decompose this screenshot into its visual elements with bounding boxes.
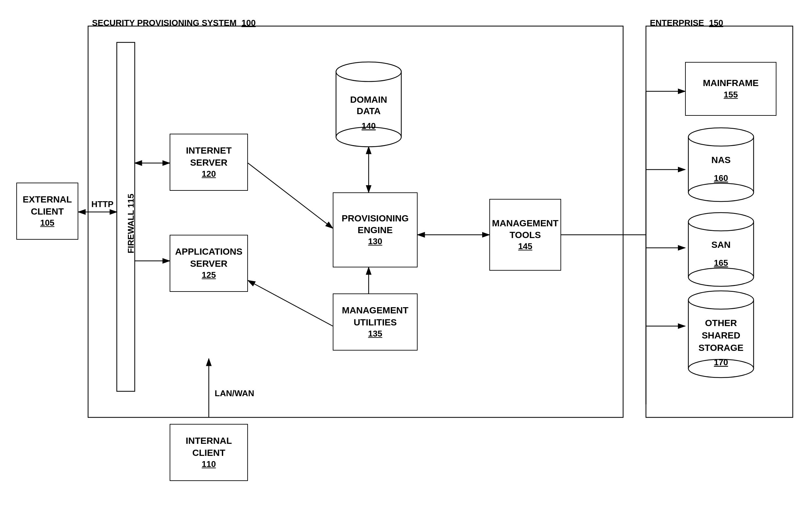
provisioning-engine-box: PROVISIONINGENGINE 130 [333, 192, 417, 267]
domain-data-cylinder: DOMAIN DATA 140 [333, 55, 405, 150]
svg-text:OTHER: OTHER [705, 318, 737, 328]
other-shared-storage-cylinder: OTHER SHARED STORAGE 170 [685, 287, 757, 386]
svg-text:HTTP: HTTP [91, 199, 114, 209]
svg-text:170: 170 [714, 357, 728, 367]
svg-text:DATA: DATA [356, 106, 381, 116]
management-tools-box: MANAGEMENTTOOLS 145 [489, 199, 561, 271]
internet-server-box: INTERNETSERVER 120 [170, 134, 248, 191]
svg-point-31 [688, 128, 754, 146]
diagram: HTTP LAN/WAN [0, 0, 812, 510]
san-cylinder: SAN 165 [685, 209, 757, 294]
internal-client-box: INTERNALCLIENT 110 [170, 424, 248, 481]
svg-text:SHARED: SHARED [702, 330, 740, 340]
applications-server-box: APPLICATIONSSERVER 125 [170, 235, 248, 292]
firewall-label: FIREWALL 115 [126, 194, 136, 253]
svg-point-37 [688, 268, 754, 286]
svg-text:LAN/WAN: LAN/WAN [215, 388, 254, 398]
svg-text:140: 140 [361, 121, 376, 131]
management-utilities-box: MANAGEMENTUTILITIES 135 [333, 294, 417, 351]
svg-text:STORAGE: STORAGE [698, 343, 744, 353]
svg-text:SAN: SAN [711, 240, 730, 250]
svg-point-41 [688, 291, 754, 309]
external-client-box: EXTERNALCLIENT 105 [16, 183, 78, 240]
nas-cylinder: NAS 160 [685, 124, 757, 209]
svg-text:160: 160 [714, 173, 728, 183]
svg-text:NAS: NAS [711, 155, 730, 165]
enterprise-label: ENTERPRISE 150 [650, 18, 723, 28]
security-provisioning-label: SECURITY PROVISIONING SYSTEM 100 [92, 18, 256, 28]
mainframe-box: MAINFRAME 155 [685, 62, 777, 116]
svg-line-10 [248, 163, 333, 228]
svg-text:DOMAIN: DOMAIN [350, 95, 387, 105]
svg-text:165: 165 [714, 258, 728, 268]
svg-line-13 [248, 280, 333, 326]
svg-point-36 [688, 213, 754, 231]
svg-point-32 [688, 183, 754, 202]
svg-point-25 [336, 62, 401, 82]
